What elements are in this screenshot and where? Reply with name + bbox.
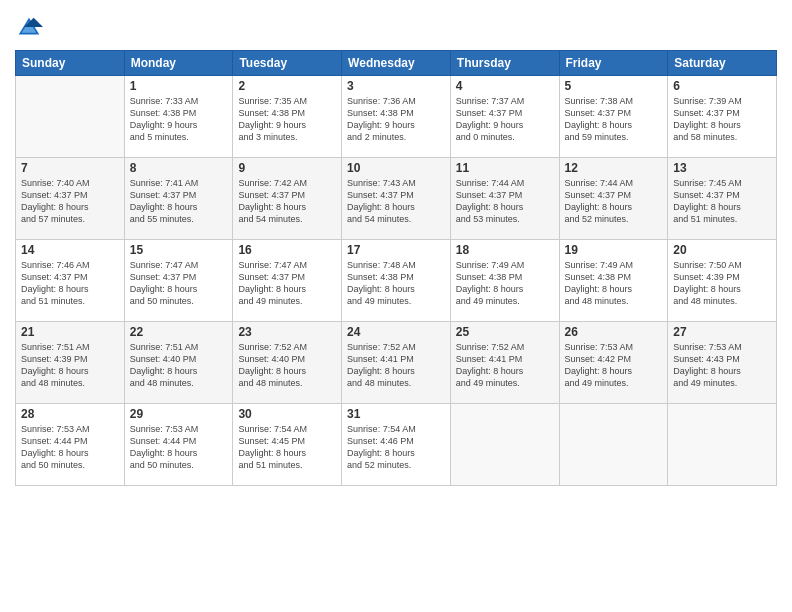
- day-info: Sunrise: 7:52 AM Sunset: 4:41 PM Dayligh…: [456, 341, 554, 390]
- calendar-cell: 5Sunrise: 7:38 AM Sunset: 4:37 PM Daylig…: [559, 76, 668, 158]
- day-number: 23: [238, 325, 336, 339]
- day-number: 28: [21, 407, 119, 421]
- day-info: Sunrise: 7:53 AM Sunset: 4:42 PM Dayligh…: [565, 341, 663, 390]
- day-number: 8: [130, 161, 228, 175]
- logo: [15, 14, 47, 42]
- day-info: Sunrise: 7:47 AM Sunset: 4:37 PM Dayligh…: [130, 259, 228, 308]
- day-number: 21: [21, 325, 119, 339]
- day-number: 13: [673, 161, 771, 175]
- calendar-cell: 18Sunrise: 7:49 AM Sunset: 4:38 PM Dayli…: [450, 240, 559, 322]
- day-number: 15: [130, 243, 228, 257]
- day-info: Sunrise: 7:45 AM Sunset: 4:37 PM Dayligh…: [673, 177, 771, 226]
- day-info: Sunrise: 7:51 AM Sunset: 4:39 PM Dayligh…: [21, 341, 119, 390]
- day-info: Sunrise: 7:40 AM Sunset: 4:37 PM Dayligh…: [21, 177, 119, 226]
- day-number: 1: [130, 79, 228, 93]
- day-number: 17: [347, 243, 445, 257]
- calendar-cell: [450, 404, 559, 486]
- calendar-header-sunday: Sunday: [16, 51, 125, 76]
- calendar-cell: 21Sunrise: 7:51 AM Sunset: 4:39 PM Dayli…: [16, 322, 125, 404]
- day-number: 19: [565, 243, 663, 257]
- day-info: Sunrise: 7:53 AM Sunset: 4:44 PM Dayligh…: [130, 423, 228, 472]
- calendar-cell: 8Sunrise: 7:41 AM Sunset: 4:37 PM Daylig…: [124, 158, 233, 240]
- day-info: Sunrise: 7:53 AM Sunset: 4:44 PM Dayligh…: [21, 423, 119, 472]
- day-info: Sunrise: 7:51 AM Sunset: 4:40 PM Dayligh…: [130, 341, 228, 390]
- calendar-header-thursday: Thursday: [450, 51, 559, 76]
- calendar-cell: 28Sunrise: 7:53 AM Sunset: 4:44 PM Dayli…: [16, 404, 125, 486]
- calendar-week-row: 14Sunrise: 7:46 AM Sunset: 4:37 PM Dayli…: [16, 240, 777, 322]
- calendar-cell: 12Sunrise: 7:44 AM Sunset: 4:37 PM Dayli…: [559, 158, 668, 240]
- calendar-cell: 2Sunrise: 7:35 AM Sunset: 4:38 PM Daylig…: [233, 76, 342, 158]
- day-number: 30: [238, 407, 336, 421]
- calendar-cell: 19Sunrise: 7:49 AM Sunset: 4:38 PM Dayli…: [559, 240, 668, 322]
- day-info: Sunrise: 7:42 AM Sunset: 4:37 PM Dayligh…: [238, 177, 336, 226]
- calendar-cell: 22Sunrise: 7:51 AM Sunset: 4:40 PM Dayli…: [124, 322, 233, 404]
- calendar-week-row: 1Sunrise: 7:33 AM Sunset: 4:38 PM Daylig…: [16, 76, 777, 158]
- calendar-cell: 6Sunrise: 7:39 AM Sunset: 4:37 PM Daylig…: [668, 76, 777, 158]
- day-info: Sunrise: 7:49 AM Sunset: 4:38 PM Dayligh…: [565, 259, 663, 308]
- day-number: 4: [456, 79, 554, 93]
- calendar-cell: 27Sunrise: 7:53 AM Sunset: 4:43 PM Dayli…: [668, 322, 777, 404]
- day-info: Sunrise: 7:37 AM Sunset: 4:37 PM Dayligh…: [456, 95, 554, 144]
- day-number: 3: [347, 79, 445, 93]
- calendar-cell: 25Sunrise: 7:52 AM Sunset: 4:41 PM Dayli…: [450, 322, 559, 404]
- calendar-cell: [559, 404, 668, 486]
- calendar-cell: 14Sunrise: 7:46 AM Sunset: 4:37 PM Dayli…: [16, 240, 125, 322]
- day-number: 5: [565, 79, 663, 93]
- calendar-cell: 11Sunrise: 7:44 AM Sunset: 4:37 PM Dayli…: [450, 158, 559, 240]
- calendar-week-row: 7Sunrise: 7:40 AM Sunset: 4:37 PM Daylig…: [16, 158, 777, 240]
- day-info: Sunrise: 7:52 AM Sunset: 4:41 PM Dayligh…: [347, 341, 445, 390]
- day-info: Sunrise: 7:48 AM Sunset: 4:38 PM Dayligh…: [347, 259, 445, 308]
- page: SundayMondayTuesdayWednesdayThursdayFrid…: [0, 0, 792, 612]
- day-number: 16: [238, 243, 336, 257]
- day-info: Sunrise: 7:46 AM Sunset: 4:37 PM Dayligh…: [21, 259, 119, 308]
- calendar-cell: 26Sunrise: 7:53 AM Sunset: 4:42 PM Dayli…: [559, 322, 668, 404]
- calendar-cell: [668, 404, 777, 486]
- day-info: Sunrise: 7:50 AM Sunset: 4:39 PM Dayligh…: [673, 259, 771, 308]
- day-number: 31: [347, 407, 445, 421]
- day-number: 14: [21, 243, 119, 257]
- day-info: Sunrise: 7:41 AM Sunset: 4:37 PM Dayligh…: [130, 177, 228, 226]
- day-info: Sunrise: 7:33 AM Sunset: 4:38 PM Dayligh…: [130, 95, 228, 144]
- calendar-cell: 29Sunrise: 7:53 AM Sunset: 4:44 PM Dayli…: [124, 404, 233, 486]
- day-info: Sunrise: 7:53 AM Sunset: 4:43 PM Dayligh…: [673, 341, 771, 390]
- calendar-cell: 9Sunrise: 7:42 AM Sunset: 4:37 PM Daylig…: [233, 158, 342, 240]
- day-info: Sunrise: 7:44 AM Sunset: 4:37 PM Dayligh…: [456, 177, 554, 226]
- day-number: 26: [565, 325, 663, 339]
- day-info: Sunrise: 7:44 AM Sunset: 4:37 PM Dayligh…: [565, 177, 663, 226]
- calendar-header-row: SundayMondayTuesdayWednesdayThursdayFrid…: [16, 51, 777, 76]
- day-info: Sunrise: 7:54 AM Sunset: 4:46 PM Dayligh…: [347, 423, 445, 472]
- day-info: Sunrise: 7:52 AM Sunset: 4:40 PM Dayligh…: [238, 341, 336, 390]
- calendar-cell: 15Sunrise: 7:47 AM Sunset: 4:37 PM Dayli…: [124, 240, 233, 322]
- day-number: 11: [456, 161, 554, 175]
- calendar-cell: 31Sunrise: 7:54 AM Sunset: 4:46 PM Dayli…: [342, 404, 451, 486]
- day-number: 12: [565, 161, 663, 175]
- day-info: Sunrise: 7:39 AM Sunset: 4:37 PM Dayligh…: [673, 95, 771, 144]
- calendar-cell: 30Sunrise: 7:54 AM Sunset: 4:45 PM Dayli…: [233, 404, 342, 486]
- day-number: 29: [130, 407, 228, 421]
- calendar-cell: 7Sunrise: 7:40 AM Sunset: 4:37 PM Daylig…: [16, 158, 125, 240]
- day-number: 24: [347, 325, 445, 339]
- calendar-cell: 24Sunrise: 7:52 AM Sunset: 4:41 PM Dayli…: [342, 322, 451, 404]
- calendar-header-wednesday: Wednesday: [342, 51, 451, 76]
- calendar-cell: 13Sunrise: 7:45 AM Sunset: 4:37 PM Dayli…: [668, 158, 777, 240]
- calendar-cell: 17Sunrise: 7:48 AM Sunset: 4:38 PM Dayli…: [342, 240, 451, 322]
- day-info: Sunrise: 7:38 AM Sunset: 4:37 PM Dayligh…: [565, 95, 663, 144]
- header: [15, 10, 777, 42]
- day-info: Sunrise: 7:35 AM Sunset: 4:38 PM Dayligh…: [238, 95, 336, 144]
- calendar-cell: 23Sunrise: 7:52 AM Sunset: 4:40 PM Dayli…: [233, 322, 342, 404]
- day-info: Sunrise: 7:43 AM Sunset: 4:37 PM Dayligh…: [347, 177, 445, 226]
- calendar-header-tuesday: Tuesday: [233, 51, 342, 76]
- calendar-cell: 3Sunrise: 7:36 AM Sunset: 4:38 PM Daylig…: [342, 76, 451, 158]
- day-number: 27: [673, 325, 771, 339]
- calendar-cell: 4Sunrise: 7:37 AM Sunset: 4:37 PM Daylig…: [450, 76, 559, 158]
- day-number: 9: [238, 161, 336, 175]
- day-number: 18: [456, 243, 554, 257]
- calendar-cell: 1Sunrise: 7:33 AM Sunset: 4:38 PM Daylig…: [124, 76, 233, 158]
- calendar-header-monday: Monday: [124, 51, 233, 76]
- day-number: 25: [456, 325, 554, 339]
- day-info: Sunrise: 7:54 AM Sunset: 4:45 PM Dayligh…: [238, 423, 336, 472]
- calendar-week-row: 28Sunrise: 7:53 AM Sunset: 4:44 PM Dayli…: [16, 404, 777, 486]
- day-number: 7: [21, 161, 119, 175]
- day-info: Sunrise: 7:47 AM Sunset: 4:37 PM Dayligh…: [238, 259, 336, 308]
- day-info: Sunrise: 7:49 AM Sunset: 4:38 PM Dayligh…: [456, 259, 554, 308]
